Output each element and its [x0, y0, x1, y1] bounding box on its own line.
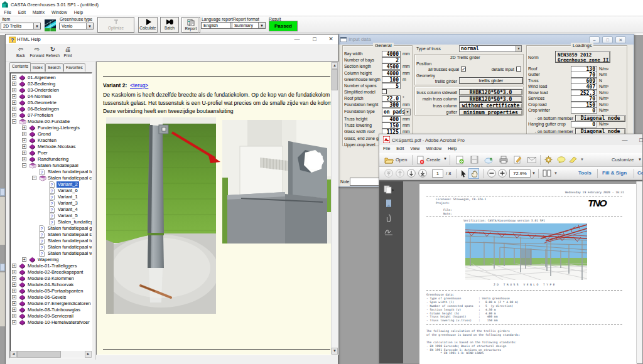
main-menu-window[interactable]: Window [48, 9, 70, 16]
customize-arrow[interactable]: ▼ [638, 158, 642, 161]
scroll-left-button[interactable]: ◄ [10, 351, 17, 358]
scroll-right-button[interactable]: ► [85, 351, 92, 358]
details-input-checkbox[interactable] [516, 67, 521, 72]
zoom-level-box[interactable]: 72.9% [509, 169, 531, 178]
greenhouse-type-arrow[interactable]: ▼ [86, 23, 93, 29]
open-folder-icon[interactable] [384, 156, 394, 164]
hand-tool-button[interactable] [468, 168, 479, 179]
attachments-icon[interactable] [386, 214, 392, 223]
tools-button[interactable]: Tools [578, 170, 592, 176]
edit-page-icon[interactable] [514, 156, 522, 164]
number-of-spans-field[interactable]: 5 [382, 83, 401, 89]
tree-expand-toggle[interactable]: + [22, 126, 26, 130]
tree-expand-toggle[interactable]: + [12, 107, 16, 111]
tree-item-module-04-schoorvak[interactable]: +Module-04-Schoorvak [10, 282, 92, 288]
export-pdf-icon[interactable] [456, 156, 464, 164]
tree-item-06-belastingen[interactable]: +06-Belastingen [10, 106, 92, 112]
main-truss-column-button[interactable]: RHBK120*50*3.0 [459, 96, 522, 102]
tree-item-stalen-fundatiepaal[interactable]: −Stalen-fundatiepaal [10, 163, 92, 169]
refresh-button[interactable]: ↻Refresh [46, 46, 60, 58]
tree-item-randfundering[interactable]: +Randfundering [10, 156, 92, 163]
fill-sign-button[interactable]: Fill & Sign [602, 170, 627, 176]
create-dropdown-arrow[interactable]: ▼ [443, 157, 447, 161]
tree-item-module-07-energieindicatoren[interactable]: +Module-07-Energieindicatoren [10, 301, 92, 307]
truss-height-field[interactable]: 400 [382, 116, 401, 122]
help-minimize-button[interactable]: — [293, 36, 301, 42]
tree-expand-toggle[interactable]: + [12, 282, 16, 287]
acrobat-titlebar[interactable]: CKSpant1.pdf - Adobe Acrobat Pro — □ [379, 134, 642, 145]
create-icon[interactable] [417, 156, 424, 164]
tree-expand-toggle[interactable]: + [12, 113, 16, 117]
content-vertical-scrollbar[interactable]: ▲ ▼ [331, 62, 338, 355]
tree-expand-toggle[interactable]: + [22, 257, 26, 262]
content-scroll-thumb[interactable] [332, 69, 338, 90]
tree-expand-toggle[interactable]: + [12, 301, 16, 306]
hanging-gutter-crop-field[interactable]: 0 [571, 121, 597, 127]
next-page-icon[interactable] [407, 169, 416, 178]
tree-item-stalen-fundatiepaal-bout[interactable]: ?Stalen fundatiepaal bout [10, 169, 92, 175]
tree-item-05-geometrie[interactable]: +05-Geometrie [10, 100, 92, 106]
tree-item-module-08-tuinbouwglas[interactable]: +Module-08-Tuinbouwglas [10, 307, 92, 313]
truss-column-button[interactable]: without certificate [459, 102, 522, 109]
item-combobox-arrow[interactable]: ▼ [33, 23, 40, 29]
scroll-up-button[interactable]: ▲ [332, 62, 338, 69]
tree-item-stalen-fundatiepaal-v[interactable]: ?Stalen_fundatiepaal_v [10, 219, 92, 225]
tree-item-methode-nicolaas[interactable]: +Methode-Nicolaas [10, 144, 92, 150]
tree-expand-toggle[interactable]: + [12, 264, 16, 268]
tree-expand-toggle[interactable]: + [12, 82, 16, 86]
acrobat-maximize-button[interactable]: □ [637, 137, 643, 143]
crop-load-field[interactable]: 150 [571, 102, 597, 108]
tree-expand-toggle[interactable]: + [12, 276, 16, 281]
tree-item-fundering-liebregts[interactable]: +Fundering-Liebregts [10, 125, 92, 131]
simplified-model-checkbox[interactable] [382, 89, 387, 94]
tree-item-stalen-fundatiepaal-select[interactable]: ?Stalen fundatiepaal select [10, 232, 92, 238]
tree-item-variant-2[interactable]: ?Variant_2 [10, 181, 92, 188]
save-icon[interactable] [470, 156, 478, 164]
column-height-field[interactable]: 4000 [382, 70, 401, 77]
forward-button[interactable]: ⇨Forward [30, 46, 44, 58]
previous-page-icon[interactable] [396, 169, 404, 178]
batch-button[interactable]: Batch [160, 17, 179, 33]
tree-item-module-05-portaalspanten[interactable]: +Module-05-Portaalspanten [10, 288, 92, 294]
optimize-button[interactable]: Optimize [97, 17, 134, 33]
comment-bubble-icon[interactable] [557, 156, 566, 163]
tree-expand-toggle[interactable]: − [22, 163, 26, 168]
tree-item-variant-4[interactable]: ?Variant_4 [10, 206, 92, 213]
acrobat-menu-file[interactable]: File [381, 145, 392, 153]
tree-item-grond[interactable]: +Grond [10, 131, 92, 137]
print-icon[interactable] [499, 156, 508, 164]
tree-item-variant-6[interactable]: ?Variant_6 [10, 188, 92, 194]
help-titlebar[interactable]: ? HTML Help — □ ✕ [6, 35, 338, 44]
services-field[interactable]: 70 [571, 95, 597, 102]
tree-expand-toggle[interactable]: + [12, 270, 16, 274]
tree-expand-toggle[interactable]: − [12, 119, 16, 124]
tree-item-01-algemeen[interactable]: +01-Algemeen [10, 75, 92, 81]
tree-item-variant-5[interactable]: ?Variant_5 [10, 213, 92, 219]
main-menu-edit[interactable]: Edit [15, 9, 28, 16]
main-menu-matrix[interactable]: Matrix [30, 9, 47, 16]
input-maximize-button[interactable]: □ [602, 36, 613, 43]
tree-expand-toggle[interactable]: + [12, 75, 16, 80]
bay-width-field[interactable]: 4000 [382, 51, 401, 57]
tree-expand-toggle[interactable]: + [12, 94, 16, 99]
tree-expand-toggle[interactable]: + [12, 88, 16, 92]
tree-item-wapening[interactable]: +Wapening [10, 257, 92, 263]
scroll-thumb[interactable] [17, 351, 61, 358]
input-close-button[interactable]: ✕ [615, 36, 626, 43]
acrobat-menu-view[interactable]: View [408, 145, 422, 153]
tree-item-module-10-hemelwaterafvoer[interactable]: +Module-10-Hemelwaterafvoer [10, 319, 92, 326]
tree-item-variant-1[interactable]: ?Variant_1 [10, 194, 92, 200]
section-length-field[interactable]: 4500 [382, 63, 401, 70]
tree-item-poer[interactable]: +Poer [10, 150, 92, 156]
zoom-in-icon[interactable] [498, 169, 507, 178]
tree-horizontal-scrollbar[interactable]: ◄ ► [10, 351, 92, 358]
print-button[interactable]: 🖨Print [64, 46, 72, 58]
customize-label[interactable]: Customize [612, 157, 634, 163]
tree-expand-toggle[interactable]: − [32, 176, 36, 180]
tree-expand-toggle[interactable]: + [12, 100, 16, 105]
greenhouse-length-field[interactable]: 100 [382, 77, 401, 83]
email-icon[interactable] [527, 157, 536, 163]
tree-expand-toggle[interactable]: + [12, 314, 16, 318]
tree-item-variant-3[interactable]: ?Variant_3 [10, 200, 92, 206]
bookmarks-icon[interactable] [385, 199, 392, 208]
